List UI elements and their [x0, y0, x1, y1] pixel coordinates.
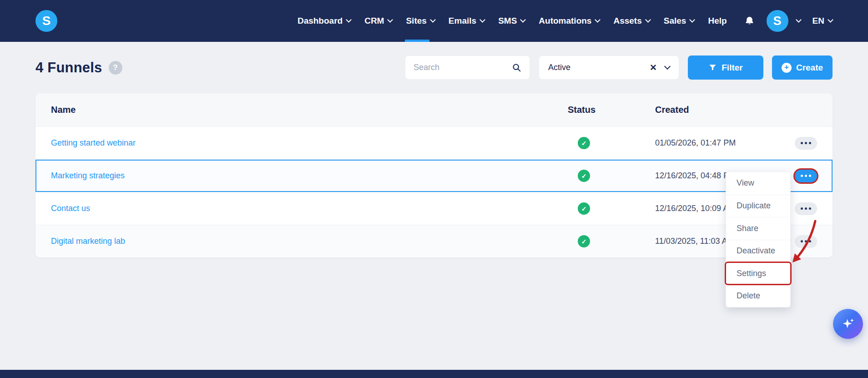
chevron-down-icon	[479, 17, 485, 23]
nav-item-crm[interactable]: CRM	[364, 0, 392, 42]
column-header-created: Created	[655, 105, 782, 115]
toolbar: Active ✕ Filter + Create	[405, 55, 833, 80]
search-input[interactable]	[414, 63, 512, 72]
title-wrap: 4 Funnels ?	[35, 60, 122, 76]
nav-item-assets[interactable]: Assets	[613, 0, 650, 42]
funnels-table: Name Status Created Getting started webi…	[35, 93, 833, 257]
user-menu[interactable]: S	[767, 10, 801, 32]
row-actions-button[interactable]	[795, 235, 817, 248]
top-navbar: S Dashboard CRM Sites Emails SMS Automat…	[0, 0, 868, 42]
status-active-icon: ✓	[578, 202, 590, 215]
clear-filter-icon[interactable]: ✕	[650, 62, 657, 73]
nav-item-sales[interactable]: Sales	[664, 0, 695, 42]
nav-item-sites[interactable]: Sites	[406, 0, 434, 42]
nav-item-label: Help	[708, 16, 727, 26]
plus-circle-icon: +	[782, 63, 792, 73]
status-active-icon: ✓	[578, 235, 590, 247]
nav-item-dashboard[interactable]: Dashboard	[298, 0, 351, 42]
status-filter-value: Active	[548, 63, 641, 72]
row-actions-button[interactable]	[795, 202, 817, 215]
chevron-down-icon	[388, 17, 394, 23]
funnel-icon	[708, 63, 717, 72]
page-title: 4 Funnels	[35, 60, 102, 76]
row-actions-button-active[interactable]	[795, 170, 817, 182]
nav-item-label: Automations	[539, 16, 591, 26]
create-button[interactable]: + Create	[772, 55, 833, 80]
chevron-down-icon	[346, 17, 352, 23]
nav-item-label: Emails	[449, 16, 476, 26]
help-badge[interactable]: ?	[109, 61, 122, 75]
language-selector[interactable]: EN	[812, 16, 833, 26]
funnel-link[interactable]: Contact us	[51, 204, 90, 213]
nav-item-label: Dashboard	[298, 16, 343, 26]
status-active-icon: ✓	[578, 170, 590, 182]
menu-item-duplicate[interactable]: Duplicate	[726, 195, 790, 217]
table-row: Contact us ✓ 12/16/2025, 10:09 AM	[35, 192, 833, 225]
navbar-right-group: S EN	[744, 10, 833, 32]
nav-item-automations[interactable]: Automations	[539, 0, 600, 42]
app-logo-letter: S	[42, 14, 51, 28]
nav-item-label: Sales	[664, 16, 686, 26]
column-header-status: Status	[568, 105, 655, 115]
status-filter-select[interactable]: Active ✕	[539, 55, 679, 80]
search-box	[405, 55, 530, 80]
chevron-down-icon	[690, 17, 696, 23]
status-active-icon: ✓	[578, 137, 590, 149]
table-row: Getting started webinar ✓ 01/05/2026, 01…	[35, 126, 833, 159]
chevron-down-icon	[520, 17, 526, 23]
menu-item-delete[interactable]: Delete	[726, 285, 790, 307]
nav-item-label: CRM	[364, 16, 384, 26]
notifications-bell-icon[interactable]	[744, 16, 755, 26]
funnel-link[interactable]: Digital marketing lab	[51, 237, 125, 246]
page-head: 4 Funnels ? Active ✕ Filter	[35, 55, 833, 80]
table-header-row: Name Status Created	[35, 93, 833, 126]
nav-item-emails[interactable]: Emails	[449, 0, 484, 42]
chevron-down-icon	[645, 17, 651, 23]
filter-button[interactable]: Filter	[688, 55, 763, 80]
chevron-down-icon[interactable]	[664, 63, 671, 70]
created-date: 01/05/2026, 01:47 PM	[655, 138, 782, 148]
nav-item-help[interactable]: Help	[708, 0, 727, 42]
nav-item-sms[interactable]: SMS	[498, 0, 525, 42]
funnel-link[interactable]: Marketing strategies	[51, 171, 125, 180]
chevron-down-icon	[796, 17, 802, 23]
language-label: EN	[812, 16, 824, 26]
table-row-selected: Marketing strategies ✓ 12/16/2025, 04:48…	[35, 159, 833, 192]
row-actions-button[interactable]	[795, 137, 817, 150]
menu-item-deactivate[interactable]: Deactivate	[726, 240, 790, 262]
sparkle-icon	[841, 317, 855, 331]
filter-button-label: Filter	[722, 63, 742, 73]
avatar: S	[767, 10, 788, 32]
funnel-link[interactable]: Getting started webinar	[51, 138, 136, 147]
nav-item-label: Assets	[613, 16, 641, 26]
row-context-menu: View Duplicate Share Deactivate Settings…	[726, 171, 791, 307]
nav-item-label: SMS	[498, 16, 517, 26]
chevron-down-icon	[595, 17, 601, 23]
search-icon[interactable]	[512, 63, 521, 72]
table-row: Digital marketing lab ✓ 11/03/2025, 11:0…	[35, 225, 833, 257]
avatar-letter: S	[773, 14, 782, 28]
create-button-label: Create	[796, 63, 823, 73]
menu-item-settings[interactable]: Settings	[726, 262, 790, 285]
nav-item-label: Sites	[406, 16, 426, 26]
chevron-down-icon	[828, 17, 833, 23]
ai-assistant-button[interactable]	[833, 309, 863, 339]
menu-item-view[interactable]: View	[726, 172, 790, 195]
main-nav: Dashboard CRM Sites Emails SMS Automatio…	[298, 0, 727, 42]
footer-bar	[0, 370, 868, 378]
menu-item-share[interactable]: Share	[726, 217, 790, 240]
chevron-down-icon	[430, 17, 436, 23]
app-logo[interactable]: S	[35, 10, 57, 32]
column-header-name: Name	[51, 105, 568, 115]
